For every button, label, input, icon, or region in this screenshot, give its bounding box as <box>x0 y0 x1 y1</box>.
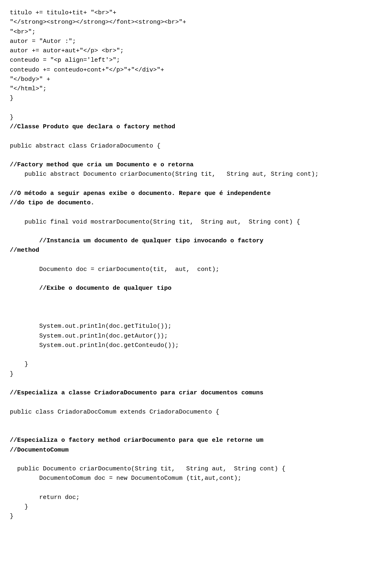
code-line: //O método a seguir apenas exibe o docum… <box>10 189 382 198</box>
code-line: System.out.println(doc.getAutor()); <box>10 331 382 341</box>
code-line: } <box>10 502 382 512</box>
code-line: } <box>10 512 382 521</box>
code-line: } <box>10 360 382 369</box>
code-line <box>10 103 382 113</box>
code-line <box>10 151 382 160</box>
code-line <box>10 350 382 360</box>
code-line: return doc; <box>10 493 382 502</box>
code-line <box>10 227 382 236</box>
code-line <box>10 379 382 388</box>
code-line <box>10 312 382 322</box>
code-line: } <box>10 94 382 103</box>
code-line <box>10 455 382 464</box>
code-line <box>10 208 382 217</box>
code-line: } <box>10 113 382 122</box>
code-line: System.out.println(doc.getTitulo()); <box>10 322 382 331</box>
code-line: //Factory method que cria um Documento e… <box>10 160 382 170</box>
code-line: } <box>10 369 382 379</box>
code-line: //Exibe o documento de qualquer tipo <box>10 284 382 293</box>
code-line: //do tipo de documento. <box>10 198 382 208</box>
code-line: DocumentoComum doc = new DocumentoComum … <box>10 474 382 483</box>
code-line: "<br>"; <box>10 27 382 37</box>
code-line: Documento doc = criarDocumento(tit, aut,… <box>10 265 382 274</box>
code-line: public class CriadoraDocComum extends Cr… <box>10 407 382 417</box>
code-line <box>10 255 382 265</box>
code-line: //Classe Produto que declara o factory m… <box>10 122 382 132</box>
code-line: titulo += titulo+tit+ "<br>"+ <box>10 8 382 18</box>
code-line: "</strong><strong></strong></font><stron… <box>10 18 382 27</box>
code-line <box>10 417 382 426</box>
code-container: titulo += titulo+tit+ "<br>"+"</strong><… <box>10 8 382 521</box>
code-line <box>10 274 382 284</box>
code-line <box>10 483 382 493</box>
code-line: conteudo += conteudo+cont+"</p>"+"</div>… <box>10 65 382 75</box>
code-line: public abstract Documento criarDocumento… <box>10 170 382 179</box>
code-line: //Especializa o factory method criarDocu… <box>10 436 382 445</box>
code-line: "</body>" + <box>10 75 382 84</box>
code-line: //DocumentoComum <box>10 445 382 455</box>
code-line: public Documento criarDocumento(String t… <box>10 464 382 474</box>
code-line <box>10 426 382 436</box>
code-line: //Instancia um documento de qualquer tip… <box>10 236 382 246</box>
code-line <box>10 132 382 141</box>
code-line <box>10 179 382 189</box>
code-line <box>10 293 382 303</box>
code-line: System.out.println(doc.getConteudo()); <box>10 341 382 350</box>
code-line <box>10 398 382 407</box>
code-line: "</html>"; <box>10 84 382 94</box>
code-line: public final void mostrarDocumento(Strin… <box>10 217 382 227</box>
code-line: //method <box>10 246 382 255</box>
code-line <box>10 303 382 312</box>
code-line: //Especializa a classe CriadoraDocumento… <box>10 388 382 398</box>
code-line: conteudo = "<p align='left'>"; <box>10 56 382 65</box>
code-line: autor += autor+aut+"</p> <br>"; <box>10 46 382 56</box>
code-line: autor = "Autor :"; <box>10 37 382 46</box>
code-line: public abstract class CriadoraDocumento … <box>10 141 382 151</box>
